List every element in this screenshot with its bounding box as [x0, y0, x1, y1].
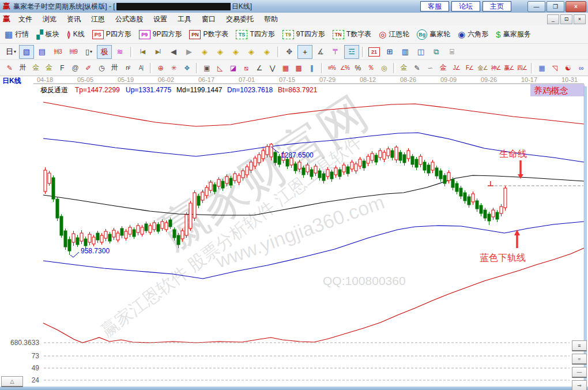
gold-ruler-2-icon[interactable]: 金 — [43, 61, 55, 74]
spider-web-icon[interactable]: ❖ — [180, 61, 193, 74]
red-grid-2-icon[interactable]: ▩ — [292, 61, 305, 74]
n2-ruler-icon[interactable]: n² — [122, 61, 134, 74]
mini-chart-9-icon[interactable]: 卌9 — [66, 45, 81, 59]
angle-lines-icon[interactable]: ∠ — [253, 61, 266, 74]
layout-slider-button[interactable]: ⊸ — [572, 380, 587, 390]
mini-chart-3-icon[interactable]: 卌3 — [50, 45, 65, 59]
corner-fan-icon[interactable]: ◺ — [214, 61, 227, 74]
info-panel-icon[interactable]: ▤ — [35, 45, 50, 59]
calendar-icon[interactable]: 21 — [367, 45, 382, 59]
brush-icon[interactable]: ✎ — [3, 61, 16, 74]
j-angle-icon[interactable]: J∠ — [450, 61, 463, 74]
single-candle-icon[interactable]: ▯▾ — [81, 45, 96, 59]
winner-service-button[interactable]: $赢家服务 — [496, 29, 530, 39]
kline-button[interactable]: ≬K线 — [67, 29, 85, 39]
infinity-icon[interactable]: ∞ — [575, 61, 587, 74]
gold-red-icon[interactable]: 金 — [437, 61, 450, 74]
minimize-button[interactable]: — — [527, 1, 545, 12]
quotes-button[interactable]: ▦行情 — [5, 29, 29, 39]
red-grid-icon[interactable]: ▦ — [279, 61, 292, 74]
p-table-button[interactable]: PNP数字表 — [189, 29, 228, 39]
9t-square-button[interactable]: T99T四方形 — [282, 29, 325, 39]
mdi-restore-button[interactable]: ⊡ — [560, 14, 572, 24]
f-ruler-icon[interactable]: F — [56, 61, 69, 74]
smart-mode-icon[interactable]: ☲ — [344, 45, 359, 59]
hexagon-button[interactable]: ◉六角形 — [458, 29, 488, 39]
gold-marker-icon[interactable]: ✎ — [411, 61, 424, 74]
layout-3-button[interactable]: ≡ — [572, 340, 587, 351]
layout-1-button[interactable]: — — [572, 367, 587, 378]
p-square-button[interactable]: PSP四方形 — [92, 29, 131, 39]
fan-box-icon[interactable]: ◪ — [227, 61, 239, 74]
gold-underline-icon[interactable]: 金 — [398, 61, 410, 74]
gann-circle-icon[interactable]: ⊕ — [154, 61, 167, 74]
sectors-button[interactable]: ▞板块 — [36, 29, 59, 39]
t-square-button[interactable]: TST四方形 — [236, 29, 274, 39]
pan-hand-icon[interactable]: ✥ — [282, 45, 297, 59]
menu-formula-picker[interactable]: 公式选股 — [110, 13, 148, 26]
gold-angle-icon[interactable]: 金∠ — [476, 61, 489, 74]
network-icon[interactable]: ⧉ — [429, 45, 444, 59]
maximize-button[interactable]: ❐ — [546, 1, 564, 12]
jifan-channel-icon[interactable]: 极 — [97, 45, 112, 59]
trend-chart-icon[interactable]: ◹ — [549, 61, 561, 74]
home-button[interactable]: 主页 — [483, 1, 511, 12]
gann-tools-icon[interactable]: 〒 — [329, 45, 344, 59]
support-button[interactable]: 客服 — [420, 1, 449, 12]
volume-profile-icon[interactable]: ≋ — [112, 45, 127, 59]
close-button[interactable]: × — [566, 1, 586, 12]
text-label-icon[interactable]: A| — [135, 61, 148, 74]
zoom-expand-icon[interactable]: ◈ — [259, 45, 274, 59]
calculator-icon[interactable]: ⊞ — [382, 45, 397, 59]
radial-star-icon[interactable]: ✳ — [168, 61, 180, 74]
gold-ruler-icon[interactable]: 金 — [30, 61, 43, 74]
period-daily-icon[interactable]: 日▾ — [3, 45, 18, 59]
v-lines-icon[interactable]: ⋁ — [266, 61, 279, 74]
gauge-icon[interactable]: ◷ — [95, 61, 108, 74]
menu-window[interactable]: 窗口 — [197, 13, 221, 26]
yinyang-icon[interactable]: ☯ — [562, 61, 575, 74]
si-angle-icon[interactable]: 四∠ — [516, 61, 529, 74]
ruler-2-icon[interactable]: 卅 — [108, 61, 121, 74]
winner-wheel-button[interactable]: Bg赢家轮 — [417, 29, 450, 40]
menu-help[interactable]: 帮助 — [259, 13, 283, 26]
menu-settings[interactable]: 设置 — [148, 13, 172, 26]
first-bar-icon[interactable]: I◀ — [135, 45, 150, 59]
yellow-grid-icon[interactable]: ▦ — [536, 61, 548, 74]
forum-button[interactable]: 论坛 — [451, 1, 480, 12]
rect-box-icon[interactable]: ▣ — [201, 61, 213, 74]
band-overlay-icon[interactable]: ▧ — [19, 45, 34, 59]
concept-tag-label[interactable]: 养鸡概念 — [534, 85, 568, 95]
save-icon[interactable]: ◫ — [413, 45, 428, 59]
menu-trade[interactable]: 交易委托 — [221, 13, 259, 26]
parallel-lines-icon[interactable]: ∥ — [306, 61, 318, 74]
notes-icon[interactable]: ▥ — [398, 45, 413, 59]
shen-angle-icon[interactable]: 神∠ — [489, 61, 502, 74]
menu-tools[interactable]: 工具 — [172, 13, 197, 26]
zoom-compress-icon[interactable]: ◈ — [244, 45, 259, 59]
zoom-horizontal-icon[interactable]: ◈ — [228, 45, 243, 59]
computer-icon[interactable]: ⌸ — [444, 45, 459, 59]
marker-icon[interactable]: ✐ — [82, 61, 95, 74]
gold-circle-icon[interactable]: ◎ — [378, 61, 390, 74]
9p-square-button[interactable]: P99P四方形 — [139, 29, 182, 39]
next-bar-icon[interactable]: ▶ — [182, 45, 197, 59]
layout-2-button[interactable]: = — [572, 354, 587, 365]
ruler-icon[interactable]: 卅 — [17, 61, 29, 74]
percent-ruler-icon[interactable]: ≡% — [325, 61, 338, 74]
pane-expand-button[interactable]: △ — [1, 376, 23, 387]
chart-canvas[interactable]: 赢家财富网赢家江恩软件 股票分析软件 江恩工具软件www.yingjia360.… — [0, 76, 588, 387]
menu-browse[interactable]: 浏览 — [37, 13, 62, 26]
gann-wheel-button[interactable]: ◎江恩轮 — [379, 29, 409, 39]
zoom-left-icon[interactable]: ◈ — [197, 45, 212, 59]
percent-icon[interactable]: % — [352, 61, 364, 74]
ying-angle-icon[interactable]: 赢∠ — [503, 61, 515, 74]
zoom-right-icon[interactable]: ◈ — [213, 45, 228, 59]
percent-line-icon[interactable]: ％ — [365, 61, 378, 74]
wave-icon[interactable]: ∽ — [424, 61, 436, 74]
percent-angle-icon[interactable]: ∠% — [338, 61, 351, 74]
angle-measure-icon[interactable]: ∡ — [313, 45, 328, 59]
last-bar-icon[interactable]: ▶I — [150, 45, 165, 59]
menu-gann[interactable]: 江恩 — [86, 13, 110, 26]
menu-file[interactable]: 文件 — [13, 13, 37, 26]
